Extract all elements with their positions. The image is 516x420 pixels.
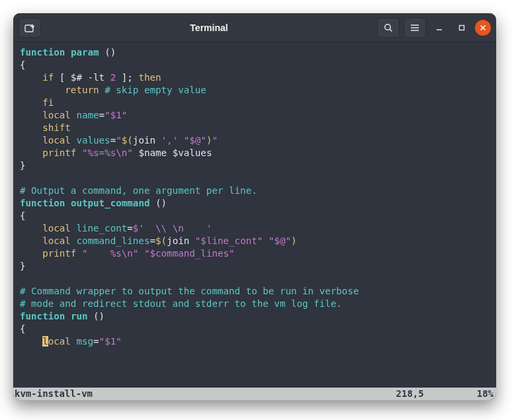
search-button[interactable] [377, 18, 400, 38]
string: "%s=%s\n" [76, 147, 132, 158]
var-name: line_cont [71, 223, 127, 233]
comment: # mode and redirect stdout and stderr to… [20, 298, 342, 309]
terminal-content[interactable]: function param () { if [ $# -lt 2 ]; the… [13, 42, 496, 388]
string: "$1" [105, 110, 127, 120]
string: " [116, 135, 122, 146]
function-name: param [65, 47, 105, 58]
text: join [167, 235, 195, 246]
status-filename: kvm-install-vm [15, 388, 93, 400]
text [178, 135, 184, 146]
comment: # Command wrapper to output the command … [20, 286, 359, 296]
parens: () [93, 311, 105, 321]
text: join [133, 135, 161, 146]
new-tab-button[interactable] [19, 18, 41, 38]
comment: # Output a command, one argument per lin… [20, 185, 257, 196]
number: 2 [110, 72, 116, 83]
text: ]; [116, 72, 138, 83]
brace-open: { [20, 60, 26, 70]
parens: () [155, 198, 167, 208]
subst-open: $( [155, 235, 167, 246]
subst-close: ) [291, 235, 297, 246]
keyword-fi: fi [20, 97, 54, 108]
comment: # skip empty value [99, 85, 206, 95]
var-name: name [71, 110, 99, 120]
subst-open: $( [122, 135, 133, 146]
minimize-icon [435, 24, 443, 32]
svg-line-4 [390, 29, 392, 31]
string: "$1" [99, 336, 122, 347]
var-name: msg [71, 336, 93, 347]
function-name: output_command [65, 198, 155, 208]
string: "$command_lines" [138, 248, 234, 259]
cursor: l [42, 336, 48, 347]
keyword-shift: shift [20, 122, 71, 133]
text: $name $values [133, 147, 212, 158]
string: " [212, 135, 218, 146]
keyword-then: then [138, 72, 161, 83]
text [263, 235, 269, 246]
status-position: 218,5 [396, 388, 424, 400]
close-button[interactable] [475, 20, 491, 36]
string: "$@" [269, 235, 291, 246]
brace-close: } [20, 160, 26, 171]
keyword-local-partial: ocal [48, 336, 71, 347]
string: $' \\ \n ' [133, 223, 212, 233]
hamburger-icon [410, 24, 419, 32]
maximize-button[interactable] [452, 19, 471, 37]
minimize-button[interactable] [430, 19, 449, 37]
status-percent: 18% [477, 388, 494, 400]
close-icon [480, 24, 486, 31]
keyword-function: function [20, 198, 65, 208]
keyword-local: local [20, 223, 71, 233]
parens: () [105, 47, 116, 58]
operator: = [93, 336, 99, 347]
string: "$@" [184, 135, 206, 146]
operator: = [150, 235, 155, 246]
svg-rect-9 [460, 25, 464, 30]
keyword-function: function [20, 47, 65, 58]
keyword-return: return [20, 85, 99, 95]
operator: = [99, 110, 105, 120]
text: [ $# -lt [54, 72, 110, 83]
new-tab-icon [24, 23, 35, 32]
terminal-window: Terminal function param () { if [ $# -lt… [13, 13, 496, 400]
string: " %s\n" [76, 248, 138, 259]
brace-open: { [20, 210, 26, 221]
brace-close: } [20, 261, 26, 271]
maximize-icon [458, 24, 466, 32]
keyword-function: function [20, 311, 65, 321]
operator: = [110, 135, 116, 146]
string: ',' [161, 135, 179, 146]
keyword-local: local [20, 135, 71, 146]
indent [20, 336, 42, 347]
string: "$line_cont" [195, 235, 263, 246]
var-name: command_lines [71, 235, 150, 246]
search-icon [384, 23, 393, 32]
function-name: run [65, 311, 93, 321]
keyword-printf: printf [20, 147, 76, 158]
svg-point-3 [385, 24, 390, 29]
keyword-if: if [20, 72, 54, 83]
window-title: Terminal [45, 22, 373, 33]
keyword-printf: printf [20, 248, 76, 259]
keyword-local: local [20, 110, 71, 120]
brace-open: { [20, 323, 26, 334]
var-name: values [71, 135, 110, 146]
titlebar: Terminal [13, 13, 496, 42]
menu-button[interactable] [404, 18, 426, 38]
keyword-local: local [20, 235, 71, 246]
vim-status-line: kvm-install-vm 218,5 18% [13, 388, 496, 400]
operator: = [127, 223, 133, 233]
